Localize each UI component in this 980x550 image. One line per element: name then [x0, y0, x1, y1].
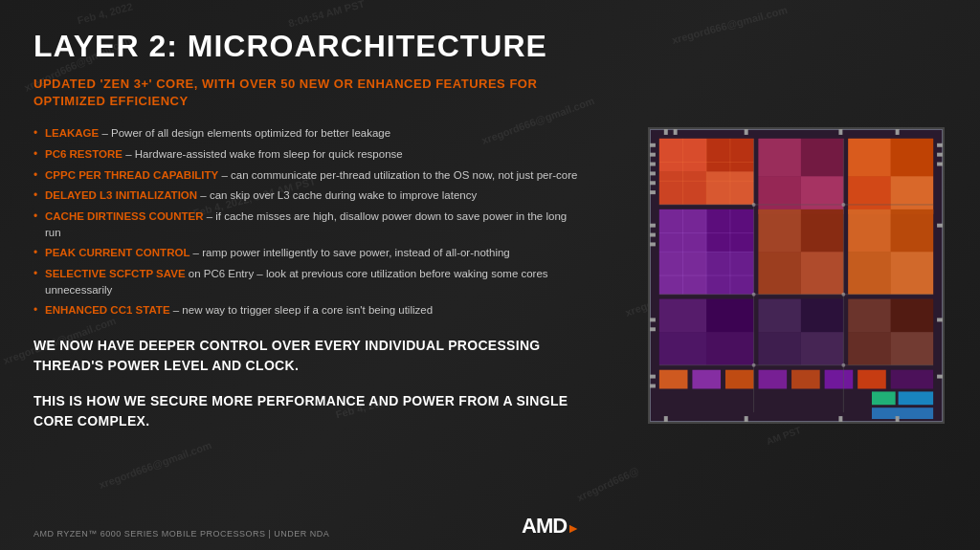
svg-rect-36 — [801, 252, 843, 294]
svg-rect-96 — [937, 223, 943, 227]
svg-rect-64 — [891, 369, 933, 388]
svg-rect-83 — [650, 171, 656, 175]
svg-rect-107 — [896, 416, 900, 422]
svg-rect-12 — [759, 138, 801, 175]
svg-rect-14 — [759, 176, 801, 213]
svg-point-75 — [752, 292, 756, 296]
svg-rect-53 — [848, 298, 890, 332]
bullet-list: LEAKAGE – Power of all design elements o… — [33, 125, 579, 319]
bullet-text: – can skip over L3 cache during wake to … — [197, 189, 477, 201]
left-panel: LAYER 2: MICROARCHITECTURE UPDATED 'ZEN … — [0, 0, 612, 550]
svg-rect-63 — [858, 369, 886, 388]
bullet-item-enhanced-cc1: ENHANCED CC1 STATE – new way to trigger … — [33, 302, 579, 319]
bullet-item-cache-dirtiness: CACHE DIRTINESS COUNTER – if cache misse… — [33, 209, 579, 240]
svg-rect-60 — [759, 369, 788, 388]
svg-rect-67 — [872, 407, 933, 419]
svg-rect-57 — [659, 369, 688, 388]
bullet-text: – ramp power intelligently to save power… — [189, 247, 509, 258]
svg-point-74 — [841, 202, 845, 206]
bullet-text: – Hardware-assisted wake from sleep for … — [122, 148, 403, 160]
svg-point-78 — [841, 363, 845, 366]
svg-rect-49 — [801, 298, 843, 332]
svg-point-77 — [752, 363, 756, 366]
footer-left-text: AMD RYZEN™ 6000 SERIES MOBILE PROCESSORS… — [33, 529, 329, 539]
svg-rect-86 — [650, 223, 656, 227]
svg-rect-50 — [759, 332, 801, 365]
svg-rect-84 — [650, 181, 656, 185]
page-title: LAYER 2: MICROARCHITECTURE — [33, 29, 579, 64]
svg-rect-90 — [650, 327, 656, 331]
svg-rect-102 — [838, 129, 842, 135]
svg-rect-93 — [937, 143, 943, 146]
chip-svg — [650, 129, 943, 422]
svg-rect-34 — [801, 209, 843, 251]
svg-rect-51 — [801, 332, 843, 365]
svg-rect-87 — [650, 232, 656, 236]
bullet-highlight: CACHE DIRTINESS COUNTER — [45, 210, 203, 222]
svg-rect-55 — [848, 332, 890, 365]
svg-rect-92 — [650, 384, 656, 387]
svg-rect-95 — [937, 162, 943, 165]
main-container: Feb 4, 2022 8:04:54 AM PST xregord666@gm… — [0, 0, 980, 550]
amd-logo: AMD► — [522, 514, 579, 539]
svg-rect-44 — [706, 298, 753, 332]
amd-arrow: ► — [567, 520, 579, 536]
bullet-highlight: LEAKAGE — [45, 127, 99, 139]
svg-rect-106 — [838, 416, 842, 422]
svg-rect-97 — [937, 318, 943, 321]
svg-rect-19 — [848, 176, 890, 213]
svg-rect-88 — [650, 242, 656, 246]
svg-rect-81 — [650, 152, 656, 156]
svg-rect-18 — [891, 138, 933, 175]
bullet-text: – new way to trigger sleep if a core isn… — [170, 304, 434, 316]
svg-rect-85 — [650, 190, 656, 194]
bullet-item-cppc: CPPC PER THREAD CAPABILITY – can communi… — [33, 167, 579, 184]
svg-point-76 — [841, 292, 845, 296]
svg-rect-104 — [664, 416, 668, 422]
svg-rect-62 — [825, 369, 854, 388]
svg-rect-89 — [650, 318, 656, 321]
bullet-item-delayed-l3: DELAYED L3 INITIALIZATION – can skip ove… — [33, 187, 579, 204]
svg-rect-54 — [891, 298, 933, 332]
bullet-item-leakage: LEAKAGE – Power of all design elements o… — [33, 125, 579, 142]
svg-rect-101 — [745, 129, 748, 135]
subtitle: UPDATED 'ZEN 3+' CORE, WITH OVER 50 NEW … — [33, 76, 579, 110]
amd-text: AMD — [522, 514, 567, 538]
bullet-highlight: ENHANCED CC1 STATE — [45, 304, 170, 316]
svg-rect-82 — [650, 162, 656, 165]
bullet-highlight: PEAK CURRENT CONTROL — [45, 247, 189, 258]
svg-rect-41 — [891, 252, 933, 294]
svg-rect-99 — [664, 129, 668, 135]
bullet-highlight: CPPC PER THREAD CAPABILITY — [45, 169, 218, 181]
svg-rect-61 — [791, 369, 820, 388]
svg-rect-15 — [801, 176, 843, 213]
bottom-text-1: WE NOW HAVE DEEPER CONTROL OVER EVERY IN… — [33, 336, 579, 376]
svg-rect-20 — [891, 176, 933, 213]
svg-rect-38 — [848, 209, 890, 251]
svg-rect-39 — [891, 209, 933, 251]
footer: AMD RYZEN™ 6000 SERIES MOBILE PROCESSORS… — [33, 514, 579, 539]
bullet-highlight: DELAYED L3 INITIALIZATION — [45, 189, 197, 201]
svg-point-73 — [752, 202, 756, 206]
bullet-item-pc6restore: PC6 RESTORE – Hardware-assisted wake fro… — [33, 146, 579, 163]
svg-rect-98 — [937, 374, 943, 378]
bottom-text-2: THIS IS HOW WE SECURE MORE PERFORMANCE A… — [33, 391, 579, 431]
bullet-highlight: SELECTIVE SCFCTP SAVE — [45, 268, 186, 279]
bullet-highlight: PC6 RESTORE — [45, 148, 122, 160]
svg-rect-46 — [706, 332, 753, 365]
svg-rect-13 — [801, 138, 843, 175]
svg-rect-80 — [650, 143, 656, 146]
svg-rect-48 — [759, 298, 801, 332]
svg-rect-33 — [759, 209, 801, 251]
bullet-item-peak-current: PEAK CURRENT CONTROL – ramp power intell… — [33, 245, 579, 261]
bullet-item-selective-scfctp: SELECTIVE SCFCTP SAVE on PC6 Entry – loo… — [33, 266, 579, 297]
svg-rect-94 — [937, 152, 943, 156]
svg-rect-65 — [872, 391, 896, 405]
chip-image — [648, 127, 945, 424]
svg-rect-103 — [896, 129, 900, 135]
svg-rect-17 — [848, 138, 890, 175]
svg-rect-59 — [725, 369, 754, 388]
right-panel — [612, 0, 980, 550]
svg-rect-40 — [848, 252, 890, 294]
svg-rect-100 — [674, 129, 678, 135]
